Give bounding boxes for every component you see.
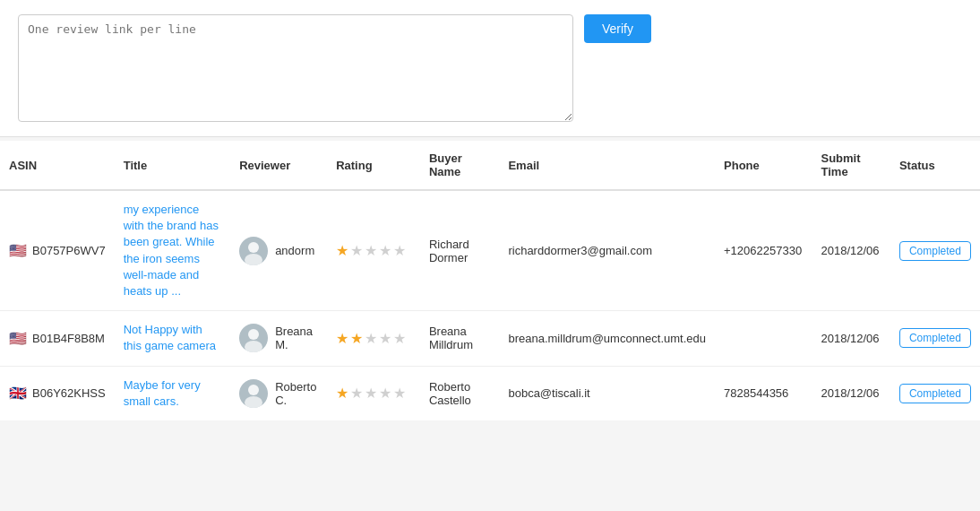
reviewer-name: Roberto C. — [275, 380, 318, 407]
table-row: 🇬🇧B06Y62KHSSMaybe for very small cars. R… — [0, 366, 980, 420]
asin-value: B01B4F8B8M — [32, 332, 105, 345]
col-header-email: Email — [499, 141, 715, 190]
empty-star: ★ — [365, 385, 377, 402]
empty-star: ★ — [365, 330, 377, 347]
cell-status: Completed — [890, 311, 980, 366]
filled-star: ★ — [336, 330, 348, 347]
reviews-table: ASIN Title Reviewer Rating Buyer Name Em… — [0, 141, 980, 420]
cell-rating: ★★★★★ — [327, 311, 420, 366]
cell-status: Completed — [890, 190, 980, 311]
review-link-input[interactable] — [18, 14, 573, 122]
top-section: Verify — [0, 0, 980, 137]
status-badge: Completed — [899, 328, 971, 348]
col-header-asin: ASIN — [0, 141, 115, 190]
cell-buyer-name: Richard Dormer — [420, 190, 500, 311]
cell-asin: 🇬🇧B06Y62KHSS — [0, 366, 115, 420]
cell-phone — [715, 311, 812, 366]
cell-reviewer: Roberto C. — [230, 366, 327, 420]
reviewer-name: andorm — [275, 244, 314, 257]
cell-email: breana.milldrum@umconnect.umt.edu — [499, 311, 715, 366]
empty-star: ★ — [393, 242, 406, 259]
title-link[interactable]: Maybe for very small cars. — [124, 378, 201, 408]
cell-status: Completed — [890, 366, 980, 420]
cell-title[interactable]: Not Happy with this game camera — [115, 311, 230, 366]
title-link[interactable]: my experience with the brand has been gr… — [124, 203, 219, 298]
cell-email: bobca@tiscali.it — [499, 366, 715, 420]
svg-point-1 — [245, 254, 262, 265]
empty-star: ★ — [379, 242, 391, 259]
table-row: 🇺🇸B01B4F8B8MNot Happy with this game cam… — [0, 311, 980, 366]
col-header-status: Status — [890, 141, 980, 190]
avatar — [239, 324, 268, 352]
empty-star: ★ — [350, 385, 363, 402]
cell-email: richarddormer3@gmail.com — [499, 190, 715, 311]
col-header-phone: Phone — [715, 141, 812, 190]
asin-value: B0757P6WV7 — [32, 244, 106, 257]
filled-star: ★ — [350, 330, 363, 347]
cell-buyer-name: Breana Milldrum — [420, 311, 500, 366]
star-rating: ★★★★★ — [336, 385, 411, 402]
cell-submit-time: 2018/12/06 — [812, 366, 890, 420]
cell-submit-time: 2018/12/06 — [812, 190, 890, 311]
empty-star: ★ — [350, 242, 363, 259]
cell-asin: 🇺🇸B0757P6WV7 — [0, 190, 115, 311]
flag-icon: 🇺🇸 — [9, 330, 27, 347]
empty-star: ★ — [379, 330, 391, 347]
table-row: 🇺🇸B0757P6WV7my experience with the brand… — [0, 190, 980, 311]
cell-rating: ★★★★★ — [327, 190, 420, 311]
cell-title[interactable]: Maybe for very small cars. — [115, 366, 230, 420]
svg-point-0 — [248, 242, 259, 253]
col-header-submit: Submit Time — [812, 141, 890, 190]
flag-icon: 🇺🇸 — [9, 242, 27, 259]
status-badge: Completed — [899, 241, 971, 261]
svg-point-5 — [245, 396, 262, 408]
filled-star: ★ — [336, 385, 348, 402]
cell-reviewer: Breana M. — [230, 311, 327, 366]
flag-icon: 🇬🇧 — [9, 385, 27, 402]
empty-star: ★ — [365, 242, 377, 259]
col-header-title: Title — [115, 141, 230, 190]
cell-asin: 🇺🇸B01B4F8B8M — [0, 311, 115, 366]
cell-title[interactable]: my experience with the brand has been gr… — [115, 190, 230, 311]
cell-submit-time: 2018/12/06 — [812, 311, 890, 366]
col-header-rating: Rating — [327, 141, 420, 190]
table-section: ASIN Title Reviewer Rating Buyer Name Em… — [0, 141, 980, 420]
table-header-row: ASIN Title Reviewer Rating Buyer Name Em… — [0, 141, 980, 190]
empty-star: ★ — [393, 330, 406, 347]
star-rating: ★★★★★ — [336, 242, 411, 259]
input-row: Verify — [18, 14, 962, 122]
title-link[interactable]: Not Happy with this game camera — [124, 323, 216, 352]
empty-star: ★ — [393, 385, 406, 402]
cell-phone: +12062257330 — [715, 190, 812, 311]
status-badge: Completed — [899, 384, 971, 403]
avatar — [239, 379, 268, 408]
empty-star: ★ — [379, 385, 391, 402]
cell-buyer-name: Roberto Castello — [420, 366, 500, 420]
asin-value: B06Y62KHSS — [32, 386, 106, 400]
svg-point-3 — [245, 341, 262, 352]
cell-reviewer: andorm — [230, 190, 327, 311]
col-header-buyer: Buyer Name — [420, 141, 500, 190]
svg-point-2 — [248, 329, 259, 340]
cell-rating: ★★★★★ — [327, 366, 420, 420]
star-rating: ★★★★★ — [336, 330, 411, 347]
filled-star: ★ — [336, 242, 348, 259]
verify-button[interactable]: Verify — [584, 14, 651, 43]
col-header-reviewer: Reviewer — [230, 141, 327, 190]
svg-point-4 — [248, 385, 259, 395]
reviewer-name: Breana M. — [275, 325, 318, 351]
avatar — [239, 237, 268, 265]
cell-phone: 7828544356 — [715, 366, 812, 420]
